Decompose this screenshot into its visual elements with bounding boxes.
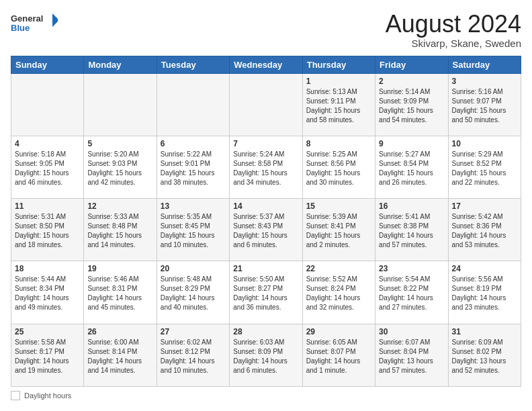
calendar-table: SundayMondayTuesdayWednesdayThursdayFrid… (11, 56, 521, 387)
day-detail: Sunrise: 5:20 AM Sunset: 9:03 PM Dayligh… (87, 150, 152, 187)
day-number: 21 (233, 264, 298, 273)
daylight-box (11, 391, 20, 400)
day-number: 25 (15, 327, 80, 336)
calendar-cell (84, 73, 157, 136)
day-detail: Sunrise: 5:39 AM Sunset: 8:41 PM Dayligh… (306, 212, 371, 250)
day-detail: Sunrise: 5:56 AM Sunset: 8:19 PM Dayligh… (452, 275, 517, 312)
calendar-cell: 15Sunrise: 5:39 AM Sunset: 8:41 PM Dayli… (302, 199, 375, 261)
header-saturday: Saturday (448, 56, 521, 73)
calendar-cell: 27Sunrise: 6:02 AM Sunset: 8:12 PM Dayli… (157, 324, 229, 386)
day-number: 26 (87, 327, 152, 336)
day-number: 29 (306, 327, 371, 336)
day-number: 31 (452, 327, 517, 336)
day-detail: Sunrise: 5:37 AM Sunset: 8:43 PM Dayligh… (233, 212, 298, 250)
week-row-4: 18Sunrise: 5:44 AM Sunset: 8:34 PM Dayli… (11, 261, 521, 324)
calendar-cell: 4Sunrise: 5:18 AM Sunset: 9:05 PM Daylig… (11, 136, 84, 198)
logo: General Blue (11, 11, 58, 38)
day-number: 15 (306, 201, 371, 211)
day-number: 7 (233, 139, 298, 148)
day-number: 23 (379, 264, 444, 273)
footer: Daylight hours (11, 391, 521, 400)
header-sunday: Sunday (11, 56, 84, 73)
calendar-cell: 16Sunrise: 5:41 AM Sunset: 8:38 PM Dayli… (375, 199, 448, 261)
day-detail: Sunrise: 5:25 AM Sunset: 8:56 PM Dayligh… (306, 150, 371, 187)
day-number: 12 (87, 201, 152, 211)
calendar-cell (157, 73, 229, 136)
calendar-cell: 12Sunrise: 5:33 AM Sunset: 8:48 PM Dayli… (84, 199, 157, 261)
week-row-3: 11Sunrise: 5:31 AM Sunset: 8:50 PM Dayli… (11, 199, 521, 261)
calendar-cell: 6Sunrise: 5:22 AM Sunset: 9:01 PM Daylig… (157, 136, 229, 198)
calendar-cell: 22Sunrise: 5:52 AM Sunset: 8:24 PM Dayli… (302, 261, 375, 324)
calendar-cell: 1Sunrise: 5:13 AM Sunset: 9:11 PM Daylig… (302, 73, 375, 136)
header-thursday: Thursday (302, 56, 375, 73)
calendar-cell: 11Sunrise: 5:31 AM Sunset: 8:50 PM Dayli… (11, 199, 84, 261)
calendar-cell: 19Sunrise: 5:46 AM Sunset: 8:31 PM Dayli… (84, 261, 157, 324)
day-detail: Sunrise: 6:07 AM Sunset: 8:04 PM Dayligh… (379, 338, 444, 375)
week-row-5: 25Sunrise: 5:58 AM Sunset: 8:17 PM Dayli… (11, 324, 521, 386)
day-detail: Sunrise: 6:00 AM Sunset: 8:14 PM Dayligh… (87, 338, 152, 375)
calendar-cell: 5Sunrise: 5:20 AM Sunset: 9:03 PM Daylig… (84, 136, 157, 198)
title-block: August 2024 Skivarp, Skane, Sweden (386, 11, 521, 49)
calendar-header-row: SundayMondayTuesdayWednesdayThursdayFrid… (11, 56, 521, 73)
calendar-cell (230, 73, 302, 136)
day-number: 3 (452, 77, 517, 86)
day-number: 18 (15, 264, 80, 273)
calendar-cell: 7Sunrise: 5:24 AM Sunset: 8:58 PM Daylig… (230, 136, 302, 198)
svg-text:General: General (11, 13, 43, 24)
generalblue-icon: General Blue (11, 11, 58, 38)
calendar-cell: 18Sunrise: 5:44 AM Sunset: 8:34 PM Dayli… (11, 261, 84, 324)
day-number: 28 (233, 327, 298, 336)
calendar-cell: 3Sunrise: 5:16 AM Sunset: 9:07 PM Daylig… (448, 73, 521, 136)
calendar-cell: 31Sunrise: 6:09 AM Sunset: 8:02 PM Dayli… (448, 324, 521, 386)
day-number: 6 (161, 139, 226, 148)
location: Skivarp, Skane, Sweden (386, 38, 521, 49)
day-detail: Sunrise: 5:52 AM Sunset: 8:24 PM Dayligh… (306, 275, 371, 312)
day-number: 17 (452, 201, 517, 211)
calendar-cell: 13Sunrise: 5:35 AM Sunset: 8:45 PM Dayli… (157, 199, 229, 261)
day-detail: Sunrise: 5:44 AM Sunset: 8:34 PM Dayligh… (15, 275, 80, 312)
day-detail: Sunrise: 5:42 AM Sunset: 8:36 PM Dayligh… (452, 212, 517, 250)
day-number: 19 (87, 264, 152, 273)
calendar-cell: 10Sunrise: 5:29 AM Sunset: 8:52 PM Dayli… (448, 136, 521, 198)
day-detail: Sunrise: 5:58 AM Sunset: 8:17 PM Dayligh… (15, 338, 80, 375)
day-number: 1 (306, 77, 371, 86)
calendar-cell: 24Sunrise: 5:56 AM Sunset: 8:19 PM Dayli… (448, 261, 521, 324)
header-wednesday: Wednesday (230, 56, 302, 73)
calendar-cell: 28Sunrise: 6:03 AM Sunset: 8:09 PM Dayli… (230, 324, 302, 386)
calendar-cell: 20Sunrise: 5:48 AM Sunset: 8:29 PM Dayli… (157, 261, 229, 324)
day-number: 9 (379, 139, 444, 148)
header-friday: Friday (375, 56, 448, 73)
day-detail: Sunrise: 5:33 AM Sunset: 8:48 PM Dayligh… (87, 212, 152, 250)
calendar-cell (11, 73, 84, 136)
calendar-cell: 30Sunrise: 6:07 AM Sunset: 8:04 PM Dayli… (375, 324, 448, 386)
day-detail: Sunrise: 5:41 AM Sunset: 8:38 PM Dayligh… (379, 212, 444, 250)
calendar-cell: 23Sunrise: 5:54 AM Sunset: 8:22 PM Dayli… (375, 261, 448, 324)
day-detail: Sunrise: 5:18 AM Sunset: 9:05 PM Dayligh… (15, 150, 80, 187)
day-detail: Sunrise: 5:16 AM Sunset: 9:07 PM Dayligh… (452, 87, 517, 125)
day-detail: Sunrise: 5:46 AM Sunset: 8:31 PM Dayligh… (87, 275, 152, 312)
day-detail: Sunrise: 5:22 AM Sunset: 9:01 PM Dayligh… (161, 150, 226, 187)
header-tuesday: Tuesday (157, 56, 229, 73)
calendar-cell: 2Sunrise: 5:14 AM Sunset: 9:09 PM Daylig… (375, 73, 448, 136)
day-number: 14 (233, 201, 298, 211)
page: General Blue August 2024 Skivarp, Skane,… (0, 0, 532, 411)
calendar-cell: 29Sunrise: 6:05 AM Sunset: 8:07 PM Dayli… (302, 324, 375, 386)
day-number: 30 (379, 327, 444, 336)
day-detail: Sunrise: 5:13 AM Sunset: 9:11 PM Dayligh… (306, 87, 371, 125)
day-number: 4 (15, 139, 80, 148)
calendar-cell: 21Sunrise: 5:50 AM Sunset: 8:27 PM Dayli… (230, 261, 302, 324)
day-number: 27 (161, 327, 226, 336)
day-detail: Sunrise: 5:24 AM Sunset: 8:58 PM Dayligh… (233, 150, 298, 187)
day-detail: Sunrise: 5:50 AM Sunset: 8:27 PM Dayligh… (233, 275, 298, 312)
calendar-cell: 26Sunrise: 6:00 AM Sunset: 8:14 PM Dayli… (84, 324, 157, 386)
calendar-cell: 25Sunrise: 5:58 AM Sunset: 8:17 PM Dayli… (11, 324, 84, 386)
day-number: 11 (15, 201, 80, 211)
svg-text:Blue: Blue (11, 23, 30, 33)
day-number: 24 (452, 264, 517, 273)
month-year: August 2024 (386, 11, 521, 38)
day-number: 8 (306, 139, 371, 148)
day-number: 22 (306, 264, 371, 273)
day-detail: Sunrise: 5:48 AM Sunset: 8:29 PM Dayligh… (161, 275, 226, 312)
calendar-cell: 17Sunrise: 5:42 AM Sunset: 8:36 PM Dayli… (448, 199, 521, 261)
day-number: 2 (379, 77, 444, 86)
